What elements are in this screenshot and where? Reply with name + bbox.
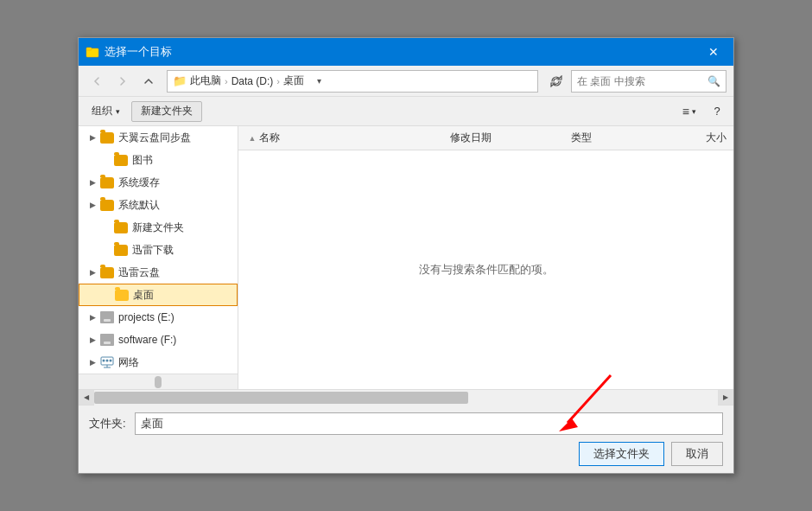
folder-label: 文件夹: [89, 416, 128, 431]
horizontal-scrollbar: ◀ ▶ [79, 389, 733, 405]
tree-panel: ▶ 天翼云盘同步盘 图书 ▶ 系统缓存 ▶ 系统默认 [79, 126, 238, 389]
tree-label-tushu: 图书 [132, 153, 238, 168]
organize-label: 组织 [92, 104, 112, 118]
breadcrumb-part-1[interactable]: 此电脑 [190, 73, 221, 88]
action-bar: 组织 ▾ 新建文件夹 ≡ ▾ ? [79, 97, 733, 126]
cancel-label: 取消 [686, 447, 708, 460]
help-label: ? [714, 105, 720, 118]
refresh-button[interactable] [545, 70, 568, 93]
tree-item-xitongmoren[interactable]: ▶ 系统默认 [79, 194, 238, 216]
new-folder-button[interactable]: 新建文件夹 [131, 101, 202, 122]
tree-label-desktop: 桌面 [133, 288, 237, 303]
close-button[interactable]: ✕ [701, 43, 726, 61]
tree-item-tushu[interactable]: 图书 [79, 149, 238, 171]
tree-toggle-xunleiyun[interactable]: ▶ [86, 265, 99, 279]
sort-arrow[interactable]: ▲ [245, 134, 259, 143]
bottom-bar: 文件夹: 选择文件夹 取消 [79, 405, 733, 473]
title-icon [86, 45, 99, 59]
col-header-date[interactable]: 修改日期 [450, 131, 571, 145]
tree-toggle-software[interactable]: ▶ [86, 333, 99, 347]
tree-label-xitonghuancun: 系统缓存 [118, 176, 238, 190]
drive-icon-2 [99, 333, 115, 347]
tree-label-newFolder: 新建文件夹 [132, 220, 238, 235]
tree-item-desktop[interactable]: 桌面 [79, 284, 238, 306]
tree-toggle-xitonghuancun[interactable]: ▶ [86, 176, 99, 189]
drive-icon [99, 310, 115, 324]
tree-toggle-xitongmoren[interactable]: ▶ [86, 198, 99, 212]
view-dropdown-icon: ▾ [692, 107, 696, 116]
cancel-button[interactable]: 取消 [671, 442, 723, 466]
organize-button[interactable]: 组织 ▾ [86, 101, 126, 122]
select-folder-label: 选择文件夹 [593, 447, 650, 460]
tree-toggle-network[interactable]: ▶ [86, 355, 99, 369]
search-icon[interactable]: 🔍 [707, 75, 720, 87]
folder-open-icon [114, 288, 130, 302]
tree-label-software: software (F:) [118, 334, 238, 346]
folder-icon [99, 131, 115, 144]
network-icon [99, 355, 115, 369]
tree-toggle-projects[interactable]: ▶ [86, 310, 99, 324]
tree-label-xunlei: 迅雷下载 [132, 243, 238, 258]
svg-rect-1 [86, 48, 92, 50]
breadcrumb-folder-icon: 📁 [173, 74, 187, 87]
breadcrumb-sep-1: › [225, 76, 228, 86]
col-header-name[interactable]: 名称 [259, 131, 450, 145]
svg-point-7 [110, 360, 112, 362]
up-button[interactable] [137, 70, 160, 93]
hscroll-right-button[interactable]: ▶ [718, 390, 733, 406]
tree-vscroll [79, 374, 238, 389]
select-folder-button[interactable]: 选择文件夹 [579, 442, 664, 466]
sort-icon: ▲ [249, 134, 257, 143]
main-area: ▶ 天翼云盘同步盘 图书 ▶ 系统缓存 ▶ 系统默认 [79, 126, 733, 389]
tree-item-tianyun[interactable]: ▶ 天翼云盘同步盘 [79, 126, 238, 149]
folder-icon [113, 153, 129, 167]
dialog-title: 选择一个目标 [105, 44, 701, 60]
button-row: 选择文件夹 取消 [89, 442, 723, 466]
col-header-type[interactable]: 类型 [571, 131, 657, 145]
breadcrumb: 📁 此电脑 › Data (D:) › 桌面 ▾ [167, 70, 538, 93]
view-button[interactable]: ≡ ▾ [676, 101, 702, 122]
empty-message: 没有与搜索条件匹配的项。 [238, 150, 733, 389]
dialog: 选择一个目标 ✕ 📁 此电脑 › Data (D:) › 桌面 ▾ [78, 37, 734, 474]
hscroll-track[interactable] [94, 390, 718, 406]
nav-toolbar: 📁 此电脑 › Data (D:) › 桌面 ▾ 🔍 [79, 66, 733, 97]
help-button[interactable]: ? [707, 102, 726, 121]
breadcrumb-part-2[interactable]: Data (D:) [232, 75, 274, 87]
view-icon: ≡ [682, 105, 689, 118]
hscroll-left-button[interactable]: ◀ [79, 390, 94, 406]
tree-label-xunleiyun: 迅雷云盘 [118, 265, 238, 280]
svg-point-5 [103, 360, 105, 362]
folder-row: 文件夹: [89, 412, 723, 435]
organize-dropdown-icon: ▾ [116, 107, 120, 116]
back-button[interactable] [86, 70, 108, 93]
tree-toggle-tianyun[interactable]: ▶ [86, 131, 99, 144]
tree-item-newFolder[interactable]: 新建文件夹 [79, 216, 238, 239]
tree-item-xunlei[interactable]: 迅雷下载 [79, 239, 238, 261]
tree-item-software[interactable]: ▶ software (F:) [79, 329, 238, 351]
title-bar: 选择一个目标 ✕ [79, 38, 733, 66]
search-bar: 🔍 [571, 70, 726, 93]
folder-icon [113, 220, 129, 234]
tree-item-xunleiyun[interactable]: ▶ 迅雷云盘 [79, 261, 238, 284]
tree-label-tianyun: 天翼云盘同步盘 [118, 131, 238, 145]
col-header-size[interactable]: 大小 [657, 131, 726, 145]
forward-button[interactable] [111, 70, 134, 93]
hscroll-thumb[interactable] [94, 392, 468, 404]
folder-input[interactable] [135, 412, 723, 435]
content-panel: ▲ 名称 修改日期 类型 大小 没有与搜索条件匹配的项。 [238, 126, 733, 389]
column-header: ▲ 名称 修改日期 类型 大小 [238, 126, 733, 150]
search-input[interactable] [577, 75, 707, 87]
folder-icon [99, 198, 115, 212]
breadcrumb-dropdown-button[interactable]: ▾ [309, 71, 328, 92]
breadcrumb-part-3[interactable]: 桌面 [283, 73, 304, 88]
tree-item-network[interactable]: ▶ 网络 [79, 351, 238, 374]
folder-icon [99, 176, 115, 189]
tree-label-xitongmoren: 系统默认 [118, 198, 238, 213]
tree-item-xitonghuancun[interactable]: ▶ 系统缓存 [79, 171, 238, 194]
folder-icon [99, 265, 115, 279]
tree-label-network: 网络 [118, 355, 238, 370]
empty-text: 没有与搜索条件匹配的项。 [419, 262, 554, 278]
tree-label-projects: projects (E:) [118, 311, 238, 323]
svg-point-6 [106, 360, 109, 362]
tree-item-projects[interactable]: ▶ projects (E:) [79, 306, 238, 329]
